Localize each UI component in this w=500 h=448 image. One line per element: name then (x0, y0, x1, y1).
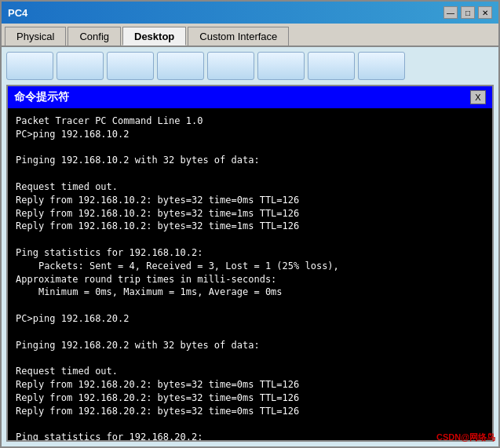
content-area: 命令提示符 X Packet Tracer PC Command Line 1.… (2, 47, 498, 446)
icon-btn-1[interactable] (6, 52, 53, 80)
tab-desktop[interactable]: Desktop (122, 27, 186, 46)
window-title: PC4 (8, 7, 27, 19)
icon-btn-6[interactable] (257, 52, 305, 80)
cmd-close-button[interactable]: X (470, 90, 486, 104)
icon-btn-8[interactable] (358, 52, 405, 80)
window-controls: — □ ✕ (443, 6, 492, 19)
title-bar: PC4 — □ ✕ (2, 2, 498, 24)
icon-btn-5[interactable] (207, 52, 254, 80)
cmd-output: Packet Tracer PC Command Line 1.0 PC>pin… (16, 115, 484, 440)
icon-btn-3[interactable] (107, 52, 154, 80)
cmd-title: 命令提示符 (14, 90, 69, 104)
minimize-button[interactable]: — (443, 6, 458, 19)
tab-config[interactable]: Config (68, 27, 121, 46)
tab-bar: Physical Config Desktop Custom Interface (2, 24, 498, 47)
icon-btn-7[interactable] (308, 52, 355, 80)
icon-btn-4[interactable] (157, 52, 204, 80)
icon-bar (6, 52, 494, 80)
cmd-body[interactable]: Packet Tracer PC Command Line 1.0 PC>pin… (8, 108, 492, 440)
close-button[interactable]: ✕ (478, 6, 492, 19)
main-window: PC4 — □ ✕ Physical Config Desktop Custom… (0, 0, 500, 448)
icon-btn-2[interactable] (57, 52, 104, 80)
maximize-button[interactable]: □ (461, 6, 475, 19)
cmd-window: 命令提示符 X Packet Tracer PC Command Line 1.… (6, 85, 494, 442)
tab-physical[interactable]: Physical (5, 27, 66, 46)
cmd-title-bar: 命令提示符 X (8, 86, 492, 108)
tab-custom-interface[interactable]: Custom Interface (188, 27, 289, 46)
watermark: CSDN@网络鸟 (436, 432, 495, 443)
